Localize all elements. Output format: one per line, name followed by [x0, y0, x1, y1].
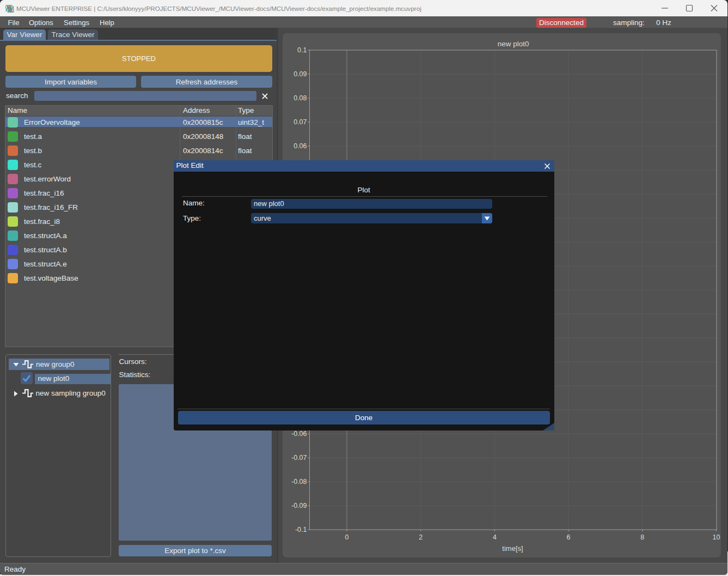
svg-text:6: 6	[567, 533, 571, 541]
svg-text:-0.1: -0.1	[295, 526, 307, 533]
svg-text:-0.07: -0.07	[291, 454, 307, 462]
svg-text:4: 4	[493, 533, 497, 541]
svg-text:0.07: 0.07	[293, 118, 307, 126]
svg-text:8: 8	[640, 533, 644, 541]
svg-text:0.1: 0.1	[297, 46, 307, 54]
svg-text:0.06: 0.06	[293, 142, 307, 150]
svg-text:-0.08: -0.08	[291, 478, 307, 486]
svg-text:0.09: 0.09	[293, 70, 307, 78]
svg-text:new plot0: new plot0	[498, 40, 529, 48]
svg-text:time[s]: time[s]	[502, 544, 523, 553]
svg-text:-0.06: -0.06	[291, 430, 307, 438]
svg-text:0.08: 0.08	[293, 94, 307, 102]
svg-text:10: 10	[713, 533, 720, 541]
svg-text:-0.09: -0.09	[291, 502, 307, 510]
svg-text:0: 0	[345, 533, 349, 541]
svg-text:2: 2	[419, 533, 423, 541]
